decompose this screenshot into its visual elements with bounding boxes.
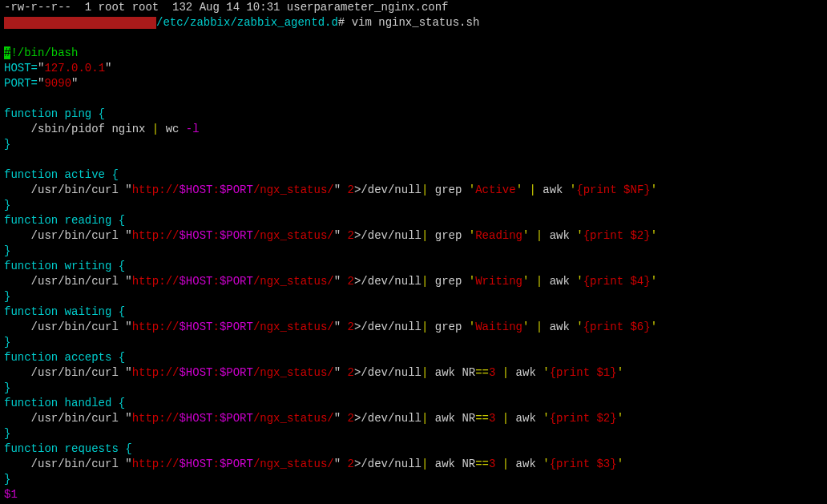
script-arg: $1: [4, 488, 18, 501]
function-accepts: function accepts {: [4, 351, 125, 364]
function-ping: function ping {: [4, 107, 105, 120]
function-reading: function reading {: [4, 214, 125, 227]
prompt-hash: #: [338, 16, 345, 29]
host-value: 127.0.0.1: [44, 62, 105, 75]
function-active: function active {: [4, 168, 119, 181]
function-writing: function writing {: [4, 260, 125, 272]
ls-output: -rw-r--r-- 1 root root 132 Aug 14 10:31 …: [4, 1, 449, 14]
function-handled: function handled {: [4, 397, 125, 409]
host-var: HOST=: [4, 62, 38, 75]
entered-command: vim nginx_status.sh: [352, 16, 480, 29]
terminal-output[interactable]: -rw-r--r-- 1 root root 132 Aug 14 10:31 …: [0, 0, 827, 504]
prompt-path: /etc/zabbix/zabbix_agentd.d: [156, 16, 338, 29]
function-requests: function requests {: [4, 442, 132, 455]
port-value: 9090: [44, 77, 71, 90]
function-waiting: function waiting {: [4, 305, 125, 318]
shebang: !/bin/bash: [10, 46, 78, 59]
redacted-prompt: [4, 17, 156, 29]
port-var: PORT=: [4, 77, 38, 90]
